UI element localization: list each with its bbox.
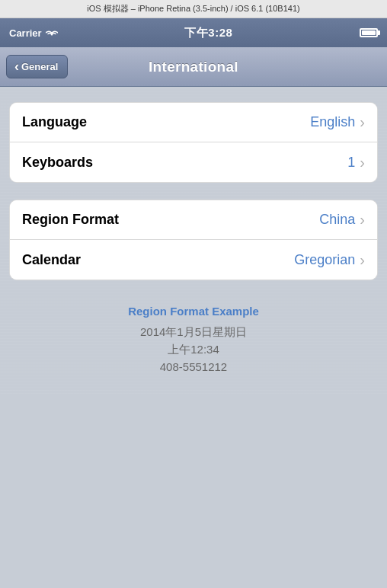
region-format-chevron-icon: ›	[360, 211, 365, 228]
language-row[interactable]: Language English ›	[10, 103, 377, 142]
keyboards-value-container: 1 ›	[347, 154, 365, 171]
battery-indicator	[360, 28, 378, 37]
keyboards-row[interactable]: Keyboards 1 ›	[10, 142, 377, 182]
settings-group-language: Language English › Keyboards 1 ›	[9, 102, 378, 183]
language-value-container: English ›	[310, 113, 365, 131]
region-example-time: 上午12:34	[9, 343, 378, 357]
region-format-label: Region Format	[22, 212, 119, 228]
settings-group-region: Region Format China › Calendar Gregorian…	[9, 200, 378, 280]
calendar-chevron-icon: ›	[360, 251, 365, 269]
carrier-info: Carrier	[9, 27, 58, 39]
region-example-phone: 408-5551212	[9, 360, 378, 373]
calendar-value-container: Gregorian ›	[294, 251, 365, 269]
region-example-title: Region Format Example	[9, 305, 378, 318]
region-example-date: 2014年1月5日星期日	[9, 325, 378, 340]
language-value: English	[310, 114, 355, 130]
simulator-title: iOS 模拟器 – iPhone Retina (3.5-inch) / iOS…	[87, 4, 299, 13]
nav-title: International	[149, 59, 238, 75]
region-format-row[interactable]: Region Format China ›	[10, 200, 377, 240]
keyboards-value: 1	[347, 155, 355, 171]
status-bar: Carrier 下午3:28	[0, 18, 387, 47]
keyboards-chevron-icon: ›	[360, 154, 365, 171]
keyboards-label: Keyboards	[22, 155, 93, 171]
content-area: Language English › Keyboards 1 › Region …	[0, 87, 387, 396]
simulator-title-bar: iOS 模拟器 – iPhone Retina (3.5-inch) / iOS…	[0, 0, 387, 18]
language-label: Language	[22, 114, 87, 130]
language-chevron-icon: ›	[360, 113, 365, 131]
calendar-value: Gregorian	[294, 252, 355, 268]
region-example-section: Region Format Example 2014年1月5日星期日 上午12:…	[9, 297, 378, 381]
calendar-label: Calendar	[22, 252, 81, 268]
region-format-value: China	[319, 212, 355, 228]
back-button[interactable]: General	[6, 55, 68, 78]
status-time: 下午3:28	[184, 26, 232, 40]
wifi-icon	[46, 28, 58, 37]
carrier-name: Carrier	[9, 27, 42, 39]
region-format-value-container: China ›	[319, 211, 365, 228]
calendar-row[interactable]: Calendar Gregorian ›	[10, 240, 377, 280]
navigation-bar: General International	[0, 47, 387, 87]
